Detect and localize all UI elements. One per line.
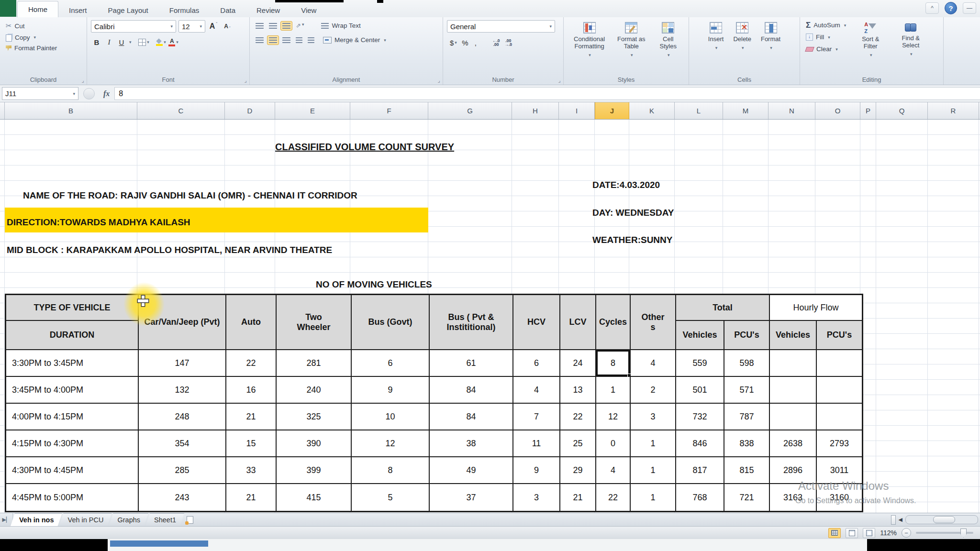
value-cell[interactable]: 9	[513, 457, 560, 484]
value-cell[interactable]: 768	[676, 484, 724, 511]
column-header-q[interactable]: Q	[876, 102, 928, 119]
zoom-out-button[interactable]: −	[902, 528, 911, 538]
value-cell[interactable]: 354	[139, 430, 226, 457]
value-cell[interactable]: 0	[596, 430, 631, 457]
value-cell[interactable]: 21	[226, 484, 277, 511]
collapse-ribbon-icon[interactable]: ^	[925, 2, 939, 14]
column-header-h[interactable]: H	[512, 102, 559, 119]
fill-button[interactable]: ↓ Fill ▾	[804, 32, 848, 42]
value-cell[interactable]: 13	[560, 377, 596, 404]
column-header-b[interactable]: B	[5, 102, 137, 119]
underline-button[interactable]: U	[116, 36, 127, 48]
value-cell[interactable]: 1	[631, 484, 676, 511]
value-cell[interactable]: 1	[631, 457, 676, 484]
last-sheet-nav-icon[interactable]: ▶▏	[0, 513, 13, 526]
value-cell[interactable]: 84	[430, 377, 513, 404]
formula-input[interactable]: 8	[114, 87, 980, 100]
value-cell[interactable]	[770, 404, 817, 430]
alignment-dialog-launcher[interactable]: ⌟	[438, 78, 440, 83]
value-cell[interactable]: 12	[352, 430, 430, 457]
cut-button[interactable]: ✂ Cut	[4, 20, 83, 32]
value-cell[interactable]: 571	[724, 377, 770, 404]
value-cell[interactable]: 24	[560, 350, 596, 377]
duration-cell[interactable]: 4:15PM to 4:30PM	[6, 430, 139, 457]
value-cell[interactable]: 325	[277, 404, 352, 430]
value-cell[interactable]: 8	[352, 457, 430, 484]
borders-button[interactable]: ▾	[138, 36, 150, 48]
font-color-button[interactable]: A▾	[168, 36, 179, 48]
value-cell[interactable]: 4	[513, 377, 560, 404]
orientation-button[interactable]: ⇗▾	[294, 20, 306, 31]
value-cell[interactable]: 4	[596, 457, 631, 484]
value-cell[interactable]: 559	[676, 350, 724, 377]
name-box[interactable]: J11 ▾	[2, 87, 78, 100]
value-cell[interactable]: 84	[430, 404, 513, 430]
value-cell[interactable]: 2793	[817, 430, 862, 457]
wrap-text-button[interactable]: Wrap Text	[319, 21, 362, 31]
value-cell[interactable]: 15	[226, 430, 277, 457]
value-cell[interactable]: 22	[596, 484, 631, 511]
align-bottom-button[interactable]	[280, 21, 292, 31]
help-icon[interactable]: ?	[945, 2, 957, 14]
column-header-g[interactable]: G	[428, 102, 512, 119]
duration-cell[interactable]: 3:30PM to 3:45PM	[6, 350, 139, 377]
value-cell[interactable]: 243	[139, 484, 226, 511]
cell-styles-button[interactable]: Cell Styles ▾	[651, 20, 685, 73]
value-cell[interactable]: 22	[226, 350, 277, 377]
value-cell[interactable]	[817, 350, 862, 377]
column-header-sliver[interactable]	[0, 102, 5, 119]
value-cell[interactable]: 732	[676, 404, 724, 430]
value-cell[interactable]: 248	[139, 404, 226, 430]
percent-style-button[interactable]: %	[462, 37, 468, 48]
sort-filter-button[interactable]: AZ Sort & Filter ▾	[853, 20, 888, 73]
horizontal-scrollbar[interactable]	[905, 515, 978, 524]
column-header-c[interactable]: C	[137, 102, 225, 119]
value-cell[interactable]: 147	[139, 350, 226, 377]
scroll-left-icon[interactable]: ◀	[899, 517, 902, 523]
column-header-o[interactable]: O	[815, 102, 860, 119]
value-cell[interactable]: 6	[513, 350, 560, 377]
font-family-select[interactable]: Calibri ▾	[91, 20, 176, 33]
value-cell[interactable]: 817	[676, 457, 724, 484]
column-header-p[interactable]: P	[860, 102, 876, 119]
zoom-slider[interactable]	[916, 532, 973, 534]
column-header-i[interactable]: I	[559, 102, 595, 119]
value-cell[interactable]: 2	[631, 377, 676, 404]
minimize-icon[interactable]: —	[963, 2, 976, 14]
value-cell[interactable]	[817, 404, 862, 430]
insert-cells-button[interactable]: Insert ▾	[705, 20, 727, 73]
value-cell[interactable]	[770, 377, 817, 404]
value-cell[interactable]: 1	[596, 377, 631, 404]
value-cell[interactable]: 11	[513, 430, 560, 457]
value-cell[interactable]: 3	[513, 484, 560, 511]
value-cell[interactable]: 846	[676, 430, 724, 457]
italic-button[interactable]: I	[103, 36, 115, 48]
duration-cell[interactable]: 4:30PM to 4:45PM	[6, 457, 139, 484]
value-cell[interactable]: 281	[277, 350, 352, 377]
value-cell[interactable]: 22	[560, 404, 596, 430]
zoom-slider-thumb[interactable]	[960, 529, 967, 538]
conditional-formatting-button[interactable]: Conditional Formatting ▾	[568, 20, 611, 73]
value-cell[interactable]: 21	[226, 404, 277, 430]
delete-cells-button[interactable]: ✕ Delete ▾	[730, 20, 754, 73]
insert-worksheet-button[interactable]	[183, 513, 197, 526]
value-cell[interactable]: 21	[560, 484, 596, 511]
value-cell[interactable]: 787	[724, 404, 770, 430]
tab-formulas[interactable]: Formulas	[159, 3, 210, 17]
column-header-n[interactable]: N	[768, 102, 815, 119]
sheet-tab-veh-in-nos[interactable]: Veh in nos	[11, 513, 63, 526]
value-cell[interactable]: 12	[596, 404, 631, 430]
column-header-e[interactable]: E	[275, 102, 350, 119]
page-break-view-button[interactable]	[863, 528, 875, 538]
value-cell[interactable]: 390	[277, 430, 352, 457]
value-cell[interactable]: 415	[277, 484, 352, 511]
tab-view[interactable]: View	[290, 3, 327, 17]
column-header-j[interactable]: J	[595, 102, 629, 119]
value-cell[interactable]: 1	[631, 430, 676, 457]
value-cell[interactable]: 33	[226, 457, 277, 484]
value-cell[interactable]: 2638	[770, 430, 817, 457]
sheet-area[interactable]: CLASSIFIED VOLUME COUNT SURVEY NAME OF T…	[0, 120, 980, 513]
clipboard-dialog-launcher[interactable]: ⌟	[82, 78, 84, 83]
value-cell[interactable]: 10	[352, 404, 430, 430]
value-cell[interactable]: 285	[139, 457, 226, 484]
